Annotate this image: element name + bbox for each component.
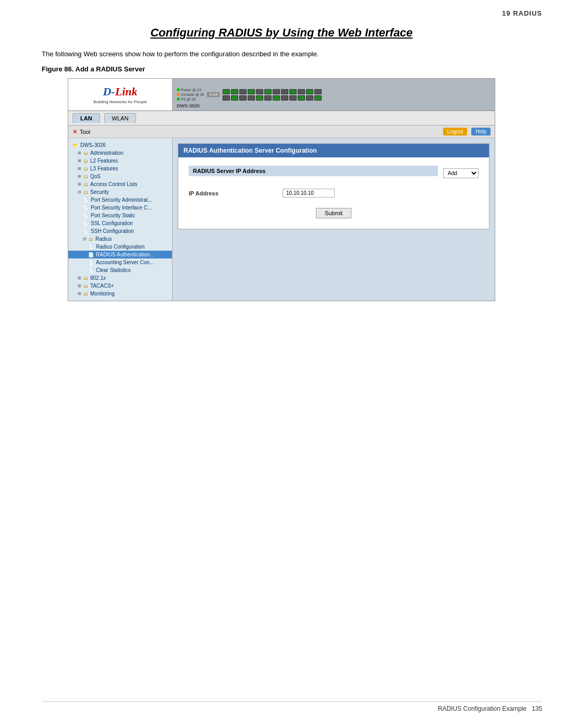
page-number: 135 bbox=[532, 705, 542, 712]
sidebar-item-administration[interactable]: ⊞ 🗂 Administration bbox=[68, 149, 172, 157]
tab-wlan[interactable]: WLAN bbox=[104, 113, 137, 123]
power-status: Power @ 23 bbox=[177, 88, 219, 92]
toolbar-right: Logout Help bbox=[443, 128, 491, 135]
sidebar-item-ssl[interactable]: 📄 SSL Configuration bbox=[68, 219, 172, 227]
power-led bbox=[177, 88, 180, 91]
console-led bbox=[177, 93, 180, 96]
router-hardware-area: Power @ 23 Console @ 25 10GE PS @ 25 bbox=[173, 79, 495, 110]
sidebar-item-accounting[interactable]: 📄 Accounting Server Con... bbox=[68, 258, 172, 266]
expand-icon-security: ⊟ bbox=[78, 190, 81, 194]
config-box-content: RADIUS Server IP Address Add Remove IP A… bbox=[178, 157, 489, 229]
sidebar-item-acl[interactable]: ⊞ 🗂 Access Control Lists bbox=[68, 180, 172, 188]
sidebar-item-qos[interactable]: ⊞ 🗂 QoS bbox=[68, 172, 172, 180]
add-dropdown-group: Add Remove bbox=[443, 168, 479, 178]
port-10 bbox=[256, 95, 263, 101]
port-4 bbox=[231, 95, 238, 101]
sidebar-monitoring-label: Monitoring bbox=[90, 291, 115, 297]
sidebar-item-port-sec-iface[interactable]: 📄 Port Security Interface C... bbox=[68, 204, 172, 212]
ip-input[interactable] bbox=[283, 189, 335, 198]
submit-button[interactable]: Submit bbox=[316, 208, 351, 218]
ps-led bbox=[177, 97, 180, 101]
router-logo-area: D-Link Building Networks for People bbox=[68, 79, 173, 110]
sidebar-item-tacacs[interactable]: ⊞ 🗂 TACACS+ bbox=[68, 282, 172, 290]
sidebar-item-l2features[interactable]: ⊞ 🗂 L2 Features bbox=[68, 157, 172, 165]
port-16 bbox=[281, 95, 288, 101]
logout-button[interactable]: Logout bbox=[443, 128, 468, 135]
sidebar-item-radius-auth[interactable]: 📄 RADIUS Authentication... bbox=[68, 251, 172, 258]
router-model: DWS-3026 bbox=[177, 103, 200, 108]
sidebar-cs-label: Clear Statistics bbox=[96, 267, 131, 273]
sidebar-psa-label: Port Security Administrat... bbox=[91, 197, 152, 203]
sidebar-admin-label: Administration bbox=[90, 150, 123, 156]
sidebar-item-security[interactable]: ⊟ 🗂 Security bbox=[68, 188, 172, 196]
sidebar-ra-label: RADIUS Authentication... bbox=[96, 252, 154, 257]
sidebar-item-root[interactable]: 📁 DWS-3026 bbox=[68, 141, 172, 149]
sidebar-item-monitoring[interactable]: ⊞ 🗂 Monitoring bbox=[68, 290, 172, 298]
logo-d: D- bbox=[103, 85, 115, 98]
folder-icon-l2: 🗂 bbox=[83, 158, 88, 164]
sidebar-item-radius-config[interactable]: 📄 Radius Configuration bbox=[68, 243, 172, 251]
sidebar-rc-label: Radius Configuration bbox=[96, 244, 144, 250]
expand-icon-tacacs: ⊞ bbox=[78, 283, 81, 288]
expand-icon-acl: ⊞ bbox=[78, 182, 81, 187]
sidebar-item-8021x[interactable]: ⊞ 🗂 802.1x bbox=[68, 274, 172, 282]
port-12 bbox=[264, 95, 272, 101]
tab-lan[interactable]: LAN bbox=[72, 113, 100, 123]
sidebar-item-l3features[interactable]: ⊞ 🗂 L3 Features bbox=[68, 165, 172, 172]
console-status: Console @ 25 10GE bbox=[177, 92, 219, 97]
config-box: RADIUS Authentication Server Configurati… bbox=[178, 143, 489, 229]
tool-icon: ✕ bbox=[72, 128, 78, 135]
sidebar-item-ssh[interactable]: 📄 SSH Configuration bbox=[68, 227, 172, 235]
power-label: Power @ 23 bbox=[181, 88, 201, 92]
sidebar-item-clear-stats[interactable]: 📄 Clear Statistics bbox=[68, 266, 172, 274]
ip-address-row: IP Address bbox=[185, 187, 483, 200]
submit-row: Submit bbox=[185, 204, 483, 223]
port-21 bbox=[306, 89, 313, 94]
folder-icon: 📁 bbox=[72, 143, 78, 148]
help-button[interactable]: Help bbox=[471, 128, 491, 135]
section-header-row: RADIUS Server IP Address Add Remove bbox=[185, 164, 483, 182]
port-11 bbox=[264, 89, 272, 94]
sidebar-l2-label: L2 Features bbox=[90, 158, 118, 164]
sidebar-item-radius-folder[interactable]: ⊟ 🗂 Radius bbox=[68, 235, 172, 243]
doc-icon-ssl: 📄 bbox=[83, 221, 89, 226]
doc-icon-psi: 📄 bbox=[83, 205, 89, 211]
expand-icon-radius: ⊟ bbox=[83, 237, 87, 241]
folder-icon-acl: 🗂 bbox=[83, 182, 88, 187]
expand-icon-8021x: ⊞ bbox=[78, 276, 81, 280]
port-3 bbox=[231, 89, 238, 94]
toolbar: ✕ Tool Logout Help bbox=[68, 126, 495, 138]
ui-main: 📁 DWS-3026 ⊞ 🗂 Administration ⊞ 🗂 L2 Fea… bbox=[68, 138, 495, 301]
status-panel: Power @ 23 Console @ 25 10GE PS @ 25 bbox=[177, 88, 219, 102]
sidebar-acl-label: Access Control Lists bbox=[90, 181, 138, 187]
port-6 bbox=[239, 95, 247, 101]
sidebar-item-port-sec-static[interactable]: 📄 Port Security Static bbox=[68, 212, 172, 219]
sidebar-item-port-sec-admin[interactable]: 📄 Port Security Administrat... bbox=[68, 196, 172, 204]
action-dropdown[interactable]: Add Remove bbox=[443, 168, 479, 178]
sidebar-security-label: Security bbox=[90, 189, 109, 195]
folder-icon-qos: 🗂 bbox=[83, 174, 88, 179]
folder-icon-l3: 🗂 bbox=[83, 166, 88, 171]
port-7 bbox=[248, 89, 255, 94]
port-grid-container bbox=[223, 89, 322, 101]
10ge-badge: 10GE bbox=[207, 92, 219, 97]
console-label: Console @ 25 bbox=[181, 93, 204, 96]
doc-icon-cs: 📄 bbox=[88, 268, 94, 273]
ps-status: PS @ 25 bbox=[177, 97, 219, 101]
footer-text: RADIUS Configuration Example bbox=[438, 705, 527, 712]
main-panel: RADIUS Authentication Server Configurati… bbox=[173, 138, 495, 301]
sidebar: 📁 DWS-3026 ⊞ 🗂 Administration ⊞ 🗂 L2 Fea… bbox=[68, 138, 173, 301]
port-8 bbox=[248, 95, 255, 101]
sidebar-radius-label: Radius bbox=[95, 236, 112, 242]
folder-icon-radius: 🗂 bbox=[89, 237, 93, 242]
dlink-logo: D-Link bbox=[103, 85, 137, 98]
sidebar-ssl-label: SSL Configuration bbox=[91, 220, 133, 226]
page-title: Configuring RADIUS by Using the Web Inte… bbox=[42, 26, 521, 40]
port-14 bbox=[273, 95, 280, 101]
figure-caption: Figure 86. Add a RADIUS Server bbox=[42, 65, 521, 73]
nav-tab-bar: LAN WLAN bbox=[68, 111, 495, 126]
port-15 bbox=[281, 89, 288, 94]
folder-icon-8021x: 🗂 bbox=[83, 276, 88, 281]
sidebar-8021x-label: 802.1x bbox=[90, 275, 106, 281]
port-22 bbox=[306, 95, 313, 101]
